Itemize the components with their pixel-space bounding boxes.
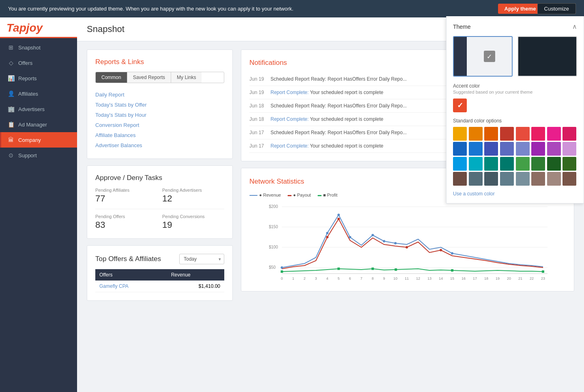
tab-saved-reports[interactable]: Saved Reports: [127, 72, 171, 83]
sidebar-item-reports[interactable]: 📊Reports: [0, 71, 77, 86]
color-swatch[interactable]: [563, 142, 576, 156]
svg-text:$150: $150: [269, 225, 278, 229]
sidebar-item-advertisers[interactable]: 🏢Advertisers: [0, 101, 77, 117]
customize-button[interactable]: Customize: [537, 3, 576, 14]
task-pending-conversions: Pending Conversions 19: [162, 214, 224, 230]
color-swatch[interactable]: [500, 172, 514, 186]
svg-text:19: 19: [496, 276, 500, 281]
task-label-conversions: Pending Conversions: [162, 214, 224, 219]
notif-text: Report Complete: Your scheduled report i…: [271, 143, 383, 149]
svg-text:21: 21: [518, 276, 522, 281]
sidebar-item-company[interactable]: 🏛Company: [0, 132, 77, 148]
svg-text:16: 16: [462, 276, 466, 281]
apply-theme-button[interactable]: Apply theme: [498, 4, 543, 14]
notif-date: Jun 17: [249, 143, 266, 149]
color-swatch[interactable]: [563, 172, 576, 186]
color-swatch[interactable]: [500, 142, 514, 156]
theme-option-light-inner: ✓: [454, 37, 512, 76]
svg-point-41: [326, 236, 328, 238]
color-swatch[interactable]: [547, 142, 561, 156]
sidebar-nav: ⊞Snapshot◇Offers📊Reports👤Affiliates🏢Adve…: [0, 40, 77, 163]
color-swatch[interactable]: [516, 127, 530, 141]
top-offers-period-select[interactable]: Today Yesterday Last 7 Days Last 30 Days: [179, 254, 224, 264]
theme-panel-header: Theme ∧: [453, 23, 577, 30]
color-swatch[interactable]: [531, 127, 545, 141]
sidebar-item-affiliates[interactable]: 👤Affiliates: [0, 86, 77, 101]
theme-option-light[interactable]: ✓: [453, 36, 513, 77]
color-swatch[interactable]: [547, 172, 561, 186]
color-swatch[interactable]: [516, 142, 530, 156]
report-link-todays-offer[interactable]: Today's Stats by Offer: [95, 100, 224, 110]
sidebar-item-ad-manager[interactable]: 📋Ad Manager: [0, 117, 77, 132]
tab-my-links[interactable]: My Links: [171, 72, 202, 83]
report-link-affiliate-balances[interactable]: Affiliate Balances: [95, 130, 224, 140]
accent-swatch[interactable]: ✓: [453, 99, 467, 112]
svg-point-37: [371, 234, 374, 236]
custom-color-link[interactable]: Use a custom color: [453, 191, 495, 197]
sidebar-item-snapshot[interactable]: ⊞Snapshot: [0, 40, 77, 55]
support-icon: ⊙: [8, 152, 14, 159]
color-swatch[interactable]: [547, 157, 561, 171]
color-swatch[interactable]: [484, 157, 498, 171]
notif-link[interactable]: Report Complete:: [271, 116, 309, 122]
svg-point-39: [394, 242, 397, 244]
color-swatch[interactable]: [453, 142, 467, 156]
color-swatch[interactable]: [531, 172, 545, 186]
color-swatch[interactable]: [453, 157, 467, 171]
col-revenue: Revenue: [167, 269, 224, 281]
color-swatch[interactable]: [516, 172, 530, 186]
report-link-daily[interactable]: Daily Report: [95, 90, 224, 100]
chart-container: ● Revenue ● Payout ■ Profit Earnings 🖨 ⬇…: [249, 193, 566, 283]
report-link-todays-hour[interactable]: Today's Stats by Hour: [95, 110, 224, 120]
color-swatch[interactable]: [516, 157, 530, 171]
svg-text:$100: $100: [269, 245, 278, 249]
reports-tabs: Common Saved Reports My Links: [95, 72, 224, 83]
color-swatch[interactable]: [484, 172, 498, 186]
sidebar-item-label-ad-manager: Ad Manager: [18, 122, 47, 128]
color-swatch[interactable]: [484, 142, 498, 156]
tab-common[interactable]: Common: [96, 72, 127, 83]
svg-point-44: [440, 249, 442, 251]
color-swatch[interactable]: [500, 127, 514, 141]
company-icon: 🏛: [8, 137, 14, 143]
color-swatch[interactable]: [469, 127, 483, 141]
color-swatch[interactable]: [469, 157, 483, 171]
color-swatch[interactable]: [469, 172, 483, 186]
logo-text: Tapjoy: [6, 22, 71, 34]
report-link-advertiser-balances[interactable]: Advertiser Balances: [95, 140, 224, 150]
report-link-conversion[interactable]: Conversion Report: [95, 120, 224, 130]
color-swatch[interactable]: [547, 127, 561, 141]
svg-rect-48: [395, 268, 397, 271]
notif-link[interactable]: Report Complete:: [271, 90, 309, 95]
color-swatch[interactable]: [453, 172, 467, 186]
sidebar-item-offers[interactable]: ◇Offers: [0, 55, 77, 71]
task-label-affiliates: Pending Affiliates: [95, 188, 157, 193]
task-pending-advertisers: Pending Advertisers 12: [162, 188, 224, 204]
accent-label: Accent color: [453, 83, 577, 89]
color-swatch[interactable]: [469, 142, 483, 156]
reports-links-title: Reports & Links: [95, 58, 224, 66]
color-swatch[interactable]: [500, 157, 514, 171]
theme-panel-title: Theme: [453, 24, 471, 30]
color-swatch[interactable]: [484, 127, 498, 141]
sidebar-item-label-offers: Offers: [18, 60, 32, 66]
theme-option-dark[interactable]: [517, 36, 577, 77]
svg-text:0: 0: [281, 276, 283, 281]
sidebar-item-label-company: Company: [18, 137, 41, 143]
color-swatch[interactable]: [563, 157, 576, 171]
svg-text:11: 11: [405, 276, 409, 281]
offer-link[interactable]: Gamefly CPA: [99, 283, 129, 289]
notif-text: Scheduled Report Ready: Report HasOffers…: [271, 130, 407, 135]
color-swatch[interactable]: [453, 127, 467, 141]
color-swatch[interactable]: [531, 157, 545, 171]
sidebar: Tapjoy ⊞Snapshot◇Offers📊Reports👤Affiliat…: [0, 17, 77, 392]
theme-collapse-button[interactable]: ∧: [572, 23, 577, 30]
notif-link[interactable]: Report Complete:: [271, 143, 309, 149]
task-num-affiliates: 77: [95, 193, 157, 204]
color-swatch[interactable]: [531, 142, 545, 156]
color-swatch[interactable]: [563, 127, 576, 141]
snapshot-icon: ⊞: [8, 44, 14, 51]
sidebar-item-support[interactable]: ⊙Support: [0, 148, 77, 163]
approve-deny-title: Approve / Deny Tasks: [95, 174, 224, 182]
top-offers-header: Top Offers & Affiliates Today Yesterday …: [95, 254, 224, 264]
